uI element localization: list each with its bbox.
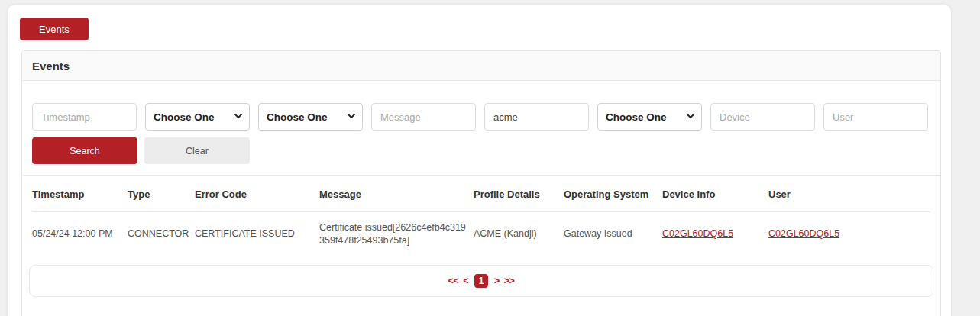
filter-buttons-row: Search Clear — [32, 137, 930, 164]
timestamp-input[interactable] — [32, 103, 137, 131]
col-header-error-code: Error Code — [195, 176, 319, 212]
filter-section: Choose One Choose One — [22, 81, 940, 164]
col-header-profile-details: Profile Details — [474, 176, 564, 212]
events-panel: Events Choose One Choose One — [21, 50, 941, 316]
panel-title: Events — [22, 51, 940, 81]
col-header-timestamp: Timestamp — [32, 176, 128, 212]
col-header-device-info: Device Info — [662, 176, 768, 212]
message-input[interactable] — [371, 103, 476, 131]
device-input[interactable] — [710, 103, 815, 131]
type-select-wrap: Choose One — [145, 103, 250, 131]
pagination-prev-link[interactable]: < — [463, 276, 468, 286]
cell-operating-system: Gateway Issued — [564, 212, 662, 256]
error-code-select-wrap: Choose One — [258, 103, 363, 131]
clear-button[interactable]: Clear — [144, 137, 250, 164]
table-row: 05/24/24 12:00 PM CONNECTOR CERTIFICATE … — [32, 212, 930, 256]
device-info-link[interactable]: C02GL60DQ6L5 — [662, 228, 733, 239]
user-input[interactable] — [823, 103, 928, 131]
pagination-first-link[interactable]: << — [448, 276, 459, 286]
cell-message: Certificate issued[2626c4efb4c319359f478… — [319, 212, 474, 256]
col-header-type: Type — [128, 176, 195, 212]
cell-type: CONNECTOR — [128, 212, 195, 256]
col-header-message: Message — [319, 176, 474, 212]
search-button[interactable]: Search — [32, 137, 137, 164]
os-select[interactable]: Choose One — [597, 103, 702, 131]
pagination-current-page: 1 — [474, 274, 488, 288]
os-select-wrap: Choose One — [597, 103, 702, 131]
pagination-last-link[interactable]: >> — [504, 276, 515, 286]
error-code-select[interactable]: Choose One — [258, 103, 363, 131]
main-card: Events Events Choose One Choose One — [8, 5, 951, 316]
pagination-next-link[interactable]: > — [494, 276, 500, 286]
user-link[interactable]: C02GL60DQ6L5 — [768, 228, 839, 239]
cell-error-code: CERTIFICATE ISSUED — [195, 212, 319, 256]
events-table: Timestamp Type Error Code Message Profil… — [32, 176, 930, 256]
filter-row: Choose One Choose One — [32, 103, 930, 131]
pagination: << < 1 > >> — [29, 265, 933, 297]
profile-input[interactable] — [484, 103, 589, 131]
cell-timestamp: 05/24/24 12:00 PM — [32, 212, 128, 256]
col-header-user: User — [768, 176, 930, 212]
table-header-row: Timestamp Type Error Code Message Profil… — [32, 176, 930, 212]
type-select[interactable]: Choose One — [145, 103, 250, 131]
cell-profile-details: ACME (Kandji) — [474, 212, 564, 256]
col-header-operating-system: Operating System — [564, 176, 662, 212]
events-tab-button[interactable]: Events — [20, 18, 89, 40]
